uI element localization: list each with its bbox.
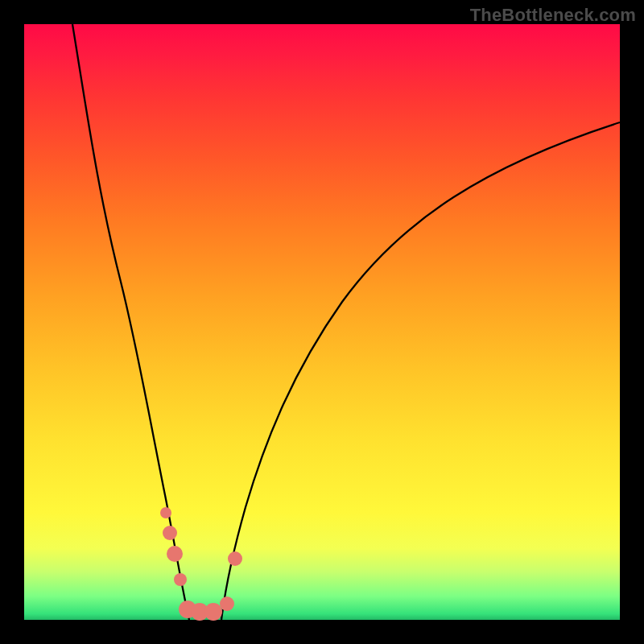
data-marker	[167, 546, 183, 562]
data-marker	[160, 507, 171, 518]
curve-right	[221, 122, 620, 620]
data-marker	[220, 597, 234, 611]
data-marker	[174, 573, 187, 586]
chart-container: TheBottleneck.com	[0, 0, 644, 644]
watermark-label: TheBottleneck.com	[470, 5, 636, 26]
curve-layer	[24, 24, 620, 620]
data-marker	[228, 551, 242, 566]
plot-area	[24, 24, 620, 620]
data-marker	[163, 526, 177, 540]
